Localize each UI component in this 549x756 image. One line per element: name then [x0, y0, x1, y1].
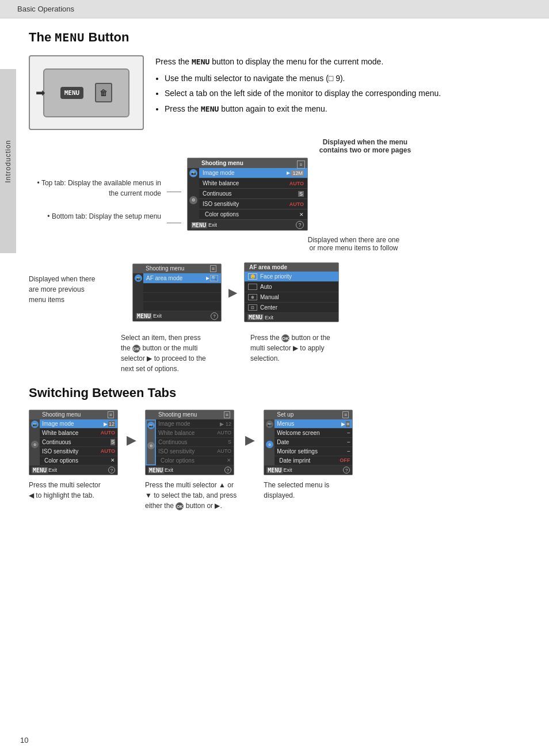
sm2-header: Shooting menu ≡	[146, 410, 234, 419]
trash-icon: 🗑	[100, 88, 108, 97]
page-number: 10	[20, 736, 28, 744]
switch-row: Shooting menu ≡ 📷 ⚙ Image mode ▶12	[29, 410, 529, 511]
af-header: AF area mode	[245, 263, 338, 272]
top-tab-label: • Top tab: Display the available menus i…	[29, 178, 161, 198]
switching-section: Switching Between Tabs Shooting menu ≡ 📷…	[29, 385, 529, 511]
shooting-af-footer: MENU Exit ?	[133, 311, 221, 321]
shooting-af-menu: Shooting menu ≡ 📷 AF area mode ▶ 🔍	[132, 264, 222, 322]
tab-camera: 📷	[189, 169, 197, 177]
menu-tabs: 📷 ⚙	[188, 168, 199, 220]
sm2-footer: MENU Exit ?	[146, 465, 234, 475]
menu-items-large: Image mode ▶ 12M White balance AUTO Cont…	[199, 168, 307, 220]
bullet-1: Use the multi selector to navigate the m…	[165, 72, 529, 85]
line-top	[167, 192, 181, 192]
header-bar: Basic Operations	[0, 0, 549, 18]
af-face-priority: 😊 Face priority	[245, 272, 338, 282]
bullet-2: Select a tab on the left side of the mon…	[165, 87, 529, 100]
camera-image: ➡ MENU 🗑	[29, 55, 144, 130]
menu-item-image-mode: Image mode ▶ 12M	[199, 168, 307, 178]
switch-caption-3: The selected menu is displayed.	[264, 480, 329, 501]
arrow-between-1: ▶	[127, 433, 136, 448]
ok-button-icon-2: OK	[281, 334, 289, 342]
switch-caption-1: Press the multi selector ◀ to highlight …	[29, 480, 101, 501]
switching-title: Switching Between Tabs	[29, 385, 529, 400]
pages-callout: Displayed when the menu contains two or …	[201, 138, 529, 154]
nav-caption-right: Press the OK button or the multi selecto…	[250, 333, 345, 374]
large-menu-screenshot: ≡ Shooting menu 📷 ⚙ Image mode	[187, 158, 308, 231]
nav-caption-left: Select an item, then press the OK button…	[121, 333, 210, 374]
switch-item-1: Shooting menu ≡ 📷 ⚙ Image mode ▶12	[29, 410, 118, 501]
side-tab: Introduction	[0, 69, 16, 253]
page-icon: ≡	[297, 161, 305, 169]
prev-items-label: Displayed when there are more previous m…	[29, 262, 121, 305]
af-center: ⊡ Center	[245, 303, 338, 313]
af-manual: ⊕ Manual	[245, 292, 338, 303]
main-content: The MENU Button ➡ MENU 🗑 Press the	[0, 18, 549, 522]
nav-screenshots: Shooting menu ≡ 📷 AF area mode ▶ 🔍	[132, 262, 339, 322]
af-auto: Auto	[245, 282, 338, 292]
menu-item-continuous: Continuous S	[199, 189, 307, 199]
description-text: Press the MENU button to display the men…	[155, 55, 529, 117]
nav-arrow: ▶	[228, 285, 237, 299]
switch-menu-1: Shooting menu ≡ 📷 ⚙ Image mode ▶12	[29, 410, 118, 475]
setup-menu: Set up ≡ 📷 ⚙ Menus ▶≡	[264, 410, 353, 475]
bullet-3: Press the MENU button again to exit the …	[165, 102, 529, 116]
sm1-footer: MENU Exit ?	[29, 465, 117, 475]
menu-button: MENU	[60, 87, 84, 99]
nav-captions: Select an item, then press the OK button…	[121, 333, 529, 374]
menu-footer-large: MENU Exit ?	[188, 220, 307, 230]
ok-icon-switch: OK	[176, 502, 184, 510]
trash-button: 🗑	[95, 83, 112, 102]
menu-item-iso: ISO sensitivity AUTO	[199, 199, 307, 209]
ok-button-icon: OK	[132, 345, 140, 353]
connector-lines	[167, 158, 181, 232]
tab-setup: ⚙	[189, 196, 197, 204]
switch-caption-2: Press the multi selector ▲ or ▼ to selec…	[145, 480, 237, 511]
menu-button-title: The MENU Button	[29, 30, 529, 45]
header-title: Basic Operations	[17, 5, 74, 13]
switch-item-2: Shooting menu ≡ 📷 ⚙ Image mode▶ 12	[145, 410, 237, 511]
af-area-item: AF area mode ▶ 🔍	[143, 273, 221, 284]
left-labels: • Top tab: Display the available menus i…	[29, 158, 161, 222]
menu-body: 📷 ⚙ Image mode ▶ 12M Whit	[188, 168, 307, 220]
bottom-tab-label: • Bottom tab: Display the setup menu	[47, 211, 161, 222]
camera-body: MENU 🗑	[43, 68, 129, 117]
pages-callout-line1: Displayed when the menu	[201, 138, 529, 146]
pages-callout-line2: contains two or more pages	[201, 146, 529, 154]
menu-item-white-balance: White balance AUTO	[199, 178, 307, 189]
nav-section: Displayed when there are more previous m…	[29, 262, 529, 322]
switch-menu-2: Shooting menu ≡ 📷 ⚙ Image mode▶ 12	[145, 410, 234, 475]
setup-footer: MENU Exit ?	[264, 465, 352, 475]
setup-header: Set up ≡	[264, 410, 352, 419]
help-icon: ?	[296, 221, 304, 229]
sm1-header: Shooting menu ≡	[29, 410, 117, 419]
camera-arrow-icon: ➡	[36, 86, 45, 100]
menu-header-large: Shooting menu	[188, 158, 307, 168]
menu-word-title: MENU	[55, 30, 85, 44]
diagram-section: Displayed when the menu contains two or …	[29, 138, 529, 252]
switch-item-3: Set up ≡ 📷 ⚙ Menus ▶≡	[264, 410, 353, 501]
menu-item-color: Color options ✕	[199, 209, 307, 220]
af-area-menu: AF area mode 😊 Face priority Auto ⊕ Manu…	[244, 262, 339, 322]
line-bottom	[167, 223, 181, 223]
shooting-af-header: Shooting menu ≡	[133, 264, 221, 273]
below-callout: Displayed when there are one or more men…	[178, 236, 529, 252]
menu-keyword: MENU	[191, 222, 207, 228]
menu-bold-2: MENU	[201, 105, 219, 113]
af-footer: MENU Exit	[245, 313, 338, 322]
arrow-between-2: ▶	[245, 433, 255, 448]
menu-diagram-row: • Top tab: Display the available menus i…	[29, 158, 529, 232]
top-section: ➡ MENU 🗑 Press the MENU button to displa…	[29, 55, 529, 130]
menu-bold-1: MENU	[192, 58, 209, 66]
side-tab-label: Introduction	[4, 140, 12, 183]
